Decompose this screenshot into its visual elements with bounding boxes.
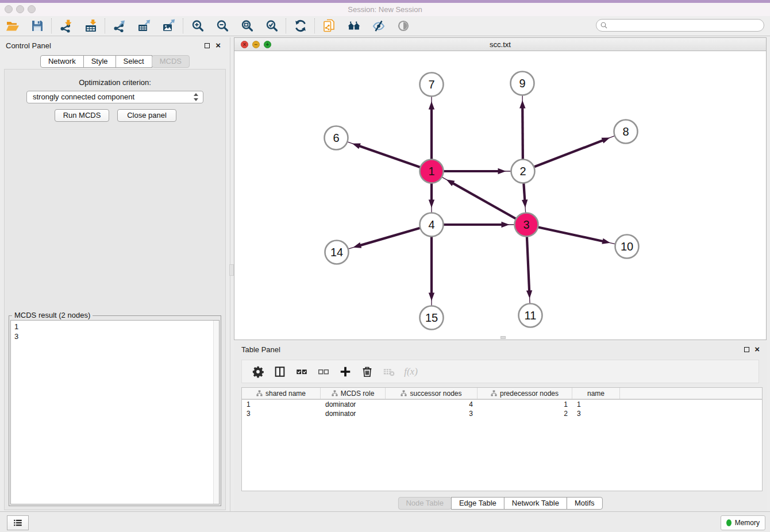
- show-all-icon[interactable]: [396, 18, 411, 33]
- export-image-icon[interactable]: [161, 18, 176, 33]
- export-network-icon[interactable]: [112, 18, 127, 33]
- column-header-successor_nodes[interactable]: successor nodes: [386, 388, 478, 399]
- result-scrollbar[interactable]: [213, 321, 219, 504]
- search-icon: [600, 21, 609, 30]
- column-header-name[interactable]: name: [572, 388, 620, 399]
- network-window-titlebar[interactable]: scc.txt: [234, 38, 766, 51]
- edge-arrowhead: [429, 200, 434, 208]
- edge-arrowhead: [498, 168, 506, 174]
- column-label: shared name: [265, 390, 306, 398]
- tab-edge-table[interactable]: Edge Table: [451, 497, 505, 510]
- control-panel: Control Panel NetworkStyleSelectMCDS Opt…: [0, 37, 230, 511]
- column-label: MCDS role: [341, 390, 375, 398]
- graph-node-label: 8: [622, 125, 629, 138]
- select-all-icon[interactable]: [295, 365, 309, 379]
- deselect-all-icon[interactable]: [317, 365, 330, 379]
- edge-arrowhead: [429, 293, 434, 301]
- cell-predecessor_nodes: 2: [478, 409, 572, 418]
- edge-arrowhead: [602, 238, 610, 244]
- zoom-fit-icon[interactable]: [240, 18, 255, 33]
- refresh-layout-icon[interactable]: [293, 18, 308, 33]
- import-table-icon[interactable]: [83, 18, 98, 33]
- graph-node-label: 9: [519, 77, 525, 90]
- new-network-from-selection-icon[interactable]: [322, 18, 337, 33]
- graph-node-label: 15: [425, 311, 438, 324]
- table-row[interactable]: 3dominator323: [242, 409, 762, 418]
- control-panel-close-icon[interactable]: [215, 42, 221, 49]
- node-table-body: 1dominator4113dominator323: [242, 400, 762, 418]
- cell-name: 1: [572, 400, 620, 409]
- mcds-result-title: MCDS result (2 nodes): [12, 311, 93, 319]
- memory-button[interactable]: Memory: [721, 515, 765, 530]
- search-box[interactable]: [596, 19, 764, 32]
- panel-splitter-grip[interactable]: [229, 264, 234, 276]
- graph-svg: 7968124314101511: [234, 51, 766, 340]
- graph-edge[interactable]: [453, 183, 526, 225]
- graph-node-label: 1: [428, 165, 434, 178]
- graph-node-label: 10: [621, 240, 633, 253]
- table-tabs: Node TableEdge TableNetwork TableMotifs: [398, 497, 602, 510]
- edge-arrowhead: [429, 102, 434, 110]
- export-table-icon[interactable]: [137, 18, 152, 33]
- tab-network[interactable]: Network: [40, 55, 84, 68]
- table-panel-float-icon[interactable]: [744, 347, 749, 352]
- graph-edge[interactable]: [523, 140, 603, 171]
- save-session-icon[interactable]: [30, 18, 45, 33]
- table-toolbar: f(x): [241, 360, 759, 383]
- cell-shared_name: 3: [242, 409, 321, 418]
- cell-successor_nodes: 3: [386, 409, 478, 418]
- toolbar-separator: [314, 18, 315, 33]
- graph-node-label: 3: [523, 218, 529, 231]
- tree-icon: [401, 390, 407, 396]
- task-history-button[interactable]: [7, 515, 29, 530]
- edge-arrowhead: [519, 100, 525, 108]
- canvas-splitter-grip[interactable]: [500, 336, 506, 339]
- zoom-out-icon[interactable]: [215, 18, 230, 33]
- tab-network-table[interactable]: Network Table: [504, 497, 567, 510]
- gear-icon[interactable]: [251, 365, 265, 379]
- criterion-select[interactable]: strongly connected component: [26, 91, 203, 103]
- node-table: shared nameMCDS rolesuccessor nodesprede…: [241, 387, 763, 491]
- delete-column-icon[interactable]: [360, 365, 374, 379]
- toolbar-separator: [286, 18, 287, 33]
- column-header-shared_name[interactable]: shared name: [242, 388, 321, 399]
- cell-successor_nodes: 4: [386, 400, 478, 409]
- zoom-in-icon[interactable]: [190, 18, 205, 33]
- graph-node-label: 7: [428, 78, 434, 91]
- tab-style[interactable]: Style: [83, 55, 116, 68]
- close-panel-button[interactable]: Close panel: [117, 109, 176, 122]
- import-network-icon[interactable]: [59, 18, 74, 33]
- column-label: successor nodes: [410, 390, 461, 398]
- column-label: name: [587, 390, 605, 398]
- column-header-mcds_role[interactable]: MCDS role: [321, 388, 386, 399]
- tab-node-table[interactable]: Node Table: [398, 497, 452, 510]
- mcds-panel: Optimization criterion: strongly connect…: [4, 69, 226, 510]
- control-panel-float-icon[interactable]: [205, 43, 210, 48]
- tab-select[interactable]: Select: [116, 55, 152, 68]
- zoom-selected-icon[interactable]: [264, 18, 279, 33]
- network-canvas[interactable]: 7968124314101511: [234, 51, 766, 340]
- add-column-icon[interactable]: [338, 365, 352, 379]
- table-row[interactable]: 1dominator411: [242, 400, 762, 409]
- cell-shared_name: 1: [242, 400, 321, 409]
- hide-selected-icon[interactable]: [371, 18, 386, 33]
- open-file-icon[interactable]: [5, 18, 20, 33]
- toolbar-separator: [183, 18, 184, 33]
- column-header-predecessor_nodes[interactable]: predecessor nodes: [478, 388, 572, 399]
- cell-mcds_role: dominator: [321, 409, 386, 418]
- mcds-result-box: 1 3: [10, 320, 220, 504]
- control-panel-header: Control Panel: [0, 37, 230, 55]
- search-input[interactable]: [609, 20, 764, 31]
- list-icon: [13, 518, 23, 528]
- columns-icon[interactable]: [273, 365, 287, 379]
- toolbar-separator: [105, 18, 106, 33]
- table-panel-close-icon[interactable]: [754, 346, 760, 353]
- first-neighbors-icon[interactable]: [346, 18, 361, 33]
- tab-mcds[interactable]: MCDS: [152, 55, 190, 68]
- network-window: scc.txt 7968124314101511: [234, 37, 767, 340]
- function-icon: f(x): [404, 365, 418, 379]
- run-mcds-button[interactable]: Run MCDS: [55, 109, 109, 122]
- column-label: predecessor nodes: [500, 390, 559, 398]
- control-panel-title: Control Panel: [6, 41, 51, 50]
- tab-motifs[interactable]: Motifs: [567, 497, 603, 510]
